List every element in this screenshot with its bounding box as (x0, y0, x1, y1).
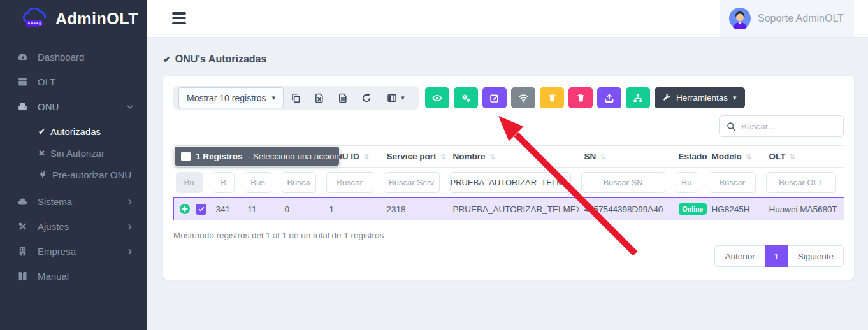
gears-icon (461, 93, 471, 103)
selection-action-label: - Selecciona una acción (248, 152, 339, 161)
excel-file-icon (314, 93, 324, 103)
herramientas-dropdown[interactable]: Herramientas ▾ (655, 87, 745, 108)
delete-soft-button[interactable] (540, 87, 564, 108)
sidebar-item-pre-autorizar[interactable]: Pre-autorizar ONU (0, 164, 147, 185)
next-page-button[interactable]: Siguiente (788, 245, 844, 267)
cell-nombre: PRUEBA_AUTORIZAR_TELMEX (448, 198, 579, 220)
filter-input-service-port[interactable] (384, 172, 440, 193)
cell-modelo: HG8245H (707, 198, 764, 220)
filter-row (174, 168, 844, 198)
filter-input-onu-id[interactable] (326, 172, 373, 193)
search-icon (727, 122, 736, 131)
config-button[interactable] (454, 87, 478, 108)
caret-down-icon: ▾ (401, 94, 405, 101)
upload-button[interactable] (597, 87, 621, 108)
chevron-right-icon (126, 223, 134, 231)
check-icon: ✔ (163, 54, 171, 64)
filter-input-modelo[interactable] (709, 172, 756, 193)
cell: 0 (280, 198, 324, 220)
refresh-button[interactable] (354, 87, 378, 108)
filter-input-nombre[interactable] (450, 172, 571, 193)
upload-icon (604, 93, 614, 103)
col-header-service-port[interactable]: Service port⇅ (382, 146, 448, 168)
gauge-icon (17, 52, 28, 62)
sort-icon[interactable]: ⇅ (489, 153, 495, 161)
copy-icon (291, 93, 301, 103)
row-action-buttons: Herramientas ▾ (425, 87, 745, 108)
prev-page-button[interactable]: Anterior (714, 245, 764, 267)
cell-estado: Online (674, 198, 707, 220)
expand-row-icon[interactable] (179, 203, 191, 215)
sidebar-item-label: Manual (38, 271, 69, 282)
tools-icon (17, 221, 28, 232)
pagination: Anterior 1 Siguiente (173, 245, 844, 267)
sidebar-item-onu[interactable]: ONU (0, 94, 147, 119)
building-icon (17, 246, 28, 257)
filter-input[interactable] (213, 172, 235, 193)
current-page-button[interactable]: 1 (765, 245, 788, 267)
search-input[interactable] (741, 122, 837, 131)
trash-icon (547, 93, 557, 103)
select-all-checkbox[interactable] (181, 152, 191, 161)
col-header-olt[interactable]: OLT⇅ (764, 146, 844, 168)
sidebar-item-manual[interactable]: Manual (0, 264, 147, 289)
sidebar-item-dashboard[interactable]: Dashboard (0, 45, 147, 69)
sort-icon[interactable]: ⇅ (790, 153, 795, 161)
sitemap-icon (633, 93, 643, 103)
cell-olt: Huawei MA5680T (764, 198, 844, 220)
col-header-sn[interactable]: SN⇅ (579, 146, 674, 168)
filter-input-sn[interactable] (581, 172, 665, 193)
table-row[interactable]: 341 11 0 1 2318 PRUEBA_AUTORIZAR_TELMEX … (174, 198, 844, 220)
chevron-right-icon (126, 248, 134, 255)
sort-icon[interactable]: ⇅ (440, 153, 446, 161)
column-visibility-dropdown[interactable]: ▾ (378, 87, 414, 108)
edit-icon (489, 93, 500, 103)
page-title: ✔ ONU's Autorizadas (163, 54, 868, 65)
copy-button[interactable] (284, 87, 307, 108)
view-button[interactable] (425, 87, 449, 108)
network-button[interactable] (626, 87, 650, 108)
sidebar-item-olt[interactable]: OLT (0, 69, 147, 94)
selection-action-dropdown[interactable]: 1 Registros - Selecciona una acción ▾ (175, 147, 339, 166)
check-icon: ✔ (38, 127, 45, 136)
check-icon (198, 206, 205, 212)
export-file-button[interactable] (331, 87, 354, 108)
row-checkbox[interactable] (196, 204, 206, 215)
table-toolbar: Mostrar 10 registros ▾ ▾ (173, 86, 844, 110)
sidebar-item-sistema[interactable]: Sistema (0, 189, 147, 214)
trash-icon (576, 93, 586, 103)
app-logo[interactable]: AdminOLT (0, 0, 147, 37)
col-header-nombre[interactable]: Nombre⇅ (448, 146, 579, 168)
records-info: Mostrando registros del 1 al 1 de un tot… (173, 231, 844, 240)
onu-submenu: ✔ Autorizadas ✖ Sin Autorizar Pre-autori… (0, 119, 147, 189)
filter-input[interactable] (282, 172, 316, 193)
sidebar-item-sin-autorizar[interactable]: ✖ Sin Autorizar (0, 142, 147, 164)
cloud-icon (17, 196, 28, 207)
status-badge: Online (679, 203, 707, 215)
col-header-estado[interactable]: Estado (674, 146, 707, 168)
filter-input-olt[interactable] (766, 172, 836, 193)
sidebar-subitem-label: Autorizadas (50, 126, 101, 137)
menu-toggle-icon[interactable] (172, 12, 186, 24)
sidebar-item-autorizadas[interactable]: ✔ Autorizadas (0, 120, 147, 142)
selected-count: 1 Registros (196, 152, 243, 161)
wifi-button[interactable] (511, 87, 535, 108)
sidebar-item-label: OLT (38, 76, 55, 87)
sort-icon[interactable]: ⇅ (363, 153, 369, 161)
edit-button[interactable] (482, 87, 507, 108)
export-excel-button[interactable] (307, 87, 331, 108)
user-menu[interactable]: Soporte AdminOLT (720, 0, 854, 37)
col-header-modelo[interactable]: Modelo⇅ (707, 146, 764, 168)
sort-icon[interactable]: ⇅ (600, 153, 605, 161)
filter-input[interactable] (245, 172, 271, 193)
sidebar-item-empresa[interactable]: Empresa (0, 239, 147, 264)
delete-button[interactable] (568, 87, 593, 108)
sort-icon[interactable]: ⇅ (746, 153, 751, 161)
filter-input-estado[interactable] (676, 172, 698, 193)
brand-name: AdminOLT (55, 10, 138, 28)
cell: 11 (243, 198, 280, 220)
show-records-dropdown[interactable]: Mostrar 10 registros ▾ (178, 87, 284, 108)
sidebar-item-ajustes[interactable]: Ajustes (0, 214, 147, 239)
datatable-controls: Mostrar 10 registros ▾ ▾ (173, 86, 419, 110)
table-wrap: 1 Registros - Selecciona una acción ▾ (173, 145, 844, 220)
